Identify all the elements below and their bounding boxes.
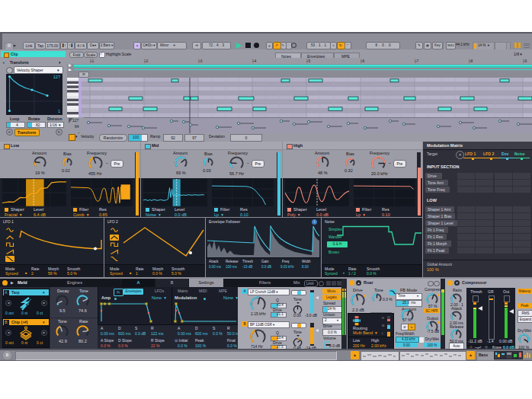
svg-text:64: 64: [75, 124, 79, 129]
svg-text:127: 127: [72, 118, 79, 123]
